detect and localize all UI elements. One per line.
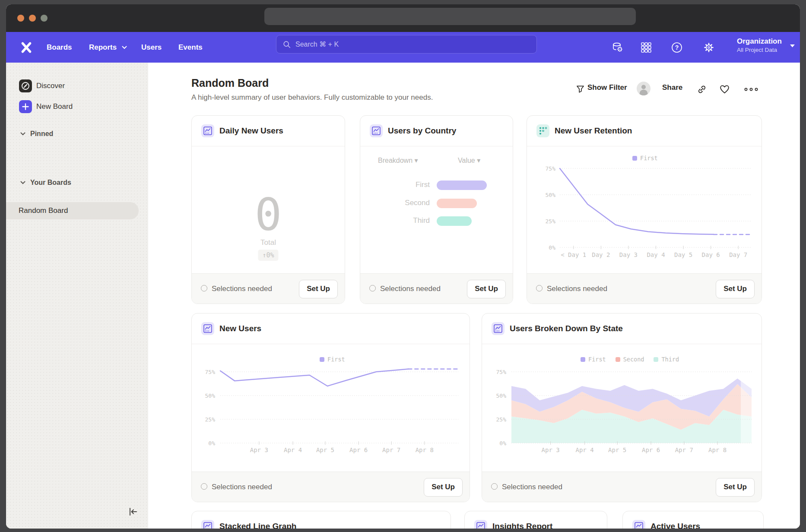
browser-window: Boards Reports Users Events Search ⌘ + K [6,4,800,529]
sidebar-item-random-board[interactable]: Random Board [6,202,139,219]
delta-badge: ↑0% [258,250,278,261]
line-chart-icon [201,520,214,529]
new-users-line-chart: 75%50%25%0%Apr 3Apr 4Apr 5Apr 6Apr 7Apr … [198,352,464,462]
card-footer: Selections needed Set Up [527,273,762,304]
bar-first [437,180,487,190]
status-circle-icon [201,285,207,291]
svg-text:Day 2: Day 2 [592,251,610,258]
sidebar-item-discover[interactable]: Discover [36,79,65,92]
nav-item-events[interactable]: Events [178,32,203,63]
bar-row-label: Second [360,199,430,207]
avatar[interactable] [637,82,651,95]
search-placeholder: Search ⌘ + K [295,40,339,48]
sidebar-item-new-board[interactable]: New Board [36,100,73,113]
apps-grid-icon[interactable] [640,41,652,54]
set-up-button[interactable]: Set Up [467,280,506,298]
svg-text:< Day 1: < Day 1 [561,251,586,258]
traffic-light-zoom[interactable] [41,15,48,22]
collapse-sidebar-icon[interactable] [128,507,138,517]
card-title: Users Broken Down By State [510,314,623,344]
status-text: Selections needed [547,274,607,304]
data-management-icon[interactable] [612,41,624,54]
nav-item-users[interactable]: Users [141,32,162,63]
chevron-down-icon[interactable] [20,181,25,184]
show-filter-button[interactable]: Show Filter [587,83,627,92]
status-circle-icon [369,285,376,291]
card-users-by-state: Users Broken Down By State First Second … [482,313,762,502]
metric-label: Total [192,238,345,247]
chevron-down-icon[interactable] [20,132,25,136]
line-chart-icon [201,322,214,335]
org-switcher[interactable]: Organization All Project Data [737,37,782,54]
favorite-heart-icon[interactable] [719,84,730,95]
svg-text:Apr 5: Apr 5 [316,446,334,453]
mixpanel-logo-icon[interactable] [20,41,33,54]
card-title: New Users [219,314,261,344]
org-name: Organization [737,37,782,46]
card-daily-new-users: Daily New Users 0 Total ↑0% Selections n… [191,115,345,304]
status-circle-icon [491,483,498,490]
card-footer: Selections needed Set Up [482,472,762,502]
card-title: Stacked Line Graph [219,511,296,529]
card-header: Stacked Line Graph [192,511,451,529]
svg-text:50%: 50% [205,393,216,399]
svg-text:25%: 25% [546,218,556,225]
svg-text:Day 4: Day 4 [647,251,665,258]
settings-gear-icon[interactable] [703,41,715,54]
line-chart-icon [474,520,487,529]
card-title: Users by Country [388,116,456,146]
status-text: Selections needed [212,472,272,502]
page-title: Random Board [191,77,269,89]
bar-third [437,216,472,226]
card-header: New Users [192,314,470,344]
filter-funnel-icon[interactable] [576,85,585,94]
set-up-button[interactable]: Set Up [716,478,755,497]
svg-text:0%: 0% [499,440,506,446]
card-title: Daily New Users [219,116,283,146]
titlebar [6,4,800,32]
svg-text:Apr 4: Apr 4 [284,446,302,453]
search-input[interactable]: Search ⌘ + K [276,35,537,54]
share-button[interactable]: Share [662,83,682,92]
svg-text:75%: 75% [205,369,216,375]
traffic-light-minimize[interactable] [29,15,36,22]
svg-text:Day 5: Day 5 [674,251,692,258]
bar-row-label: First [360,180,430,189]
svg-text:Apr 8: Apr 8 [416,446,434,453]
card-title: New User Retention [555,116,632,146]
state-area-chart: 75%50%25%0%Apr 3Apr 4Apr 5Apr 6Apr 7Apr … [488,352,757,462]
traffic-light-close[interactable] [17,15,24,22]
svg-text:0%: 0% [549,244,555,251]
nav-item-boards[interactable]: Boards [47,32,72,63]
set-up-button[interactable]: Set Up [299,280,338,298]
chevron-down-icon [122,46,127,49]
retention-grid-icon [536,124,549,137]
card-stacked-line-graph: Stacked Line Graph [191,511,451,529]
help-icon[interactable]: ? [671,41,683,54]
card-active-users: Active Users [622,511,764,529]
more-options-icon[interactable] [744,87,758,92]
status-circle-icon [201,483,207,490]
sidebar-section-your-boards[interactable]: Your Boards [30,179,71,187]
metric-value: 0 [192,188,345,241]
sidebar-section-pinned[interactable]: Pinned [30,130,53,138]
svg-text:25%: 25% [496,416,507,423]
value-dropdown[interactable]: Value ▾ [458,156,480,165]
address-bar[interactable] [264,8,636,25]
bar-row-label: Third [360,216,430,225]
breakdown-dropdown[interactable]: Breakdown ▾ [378,156,418,165]
svg-text:Day 6: Day 6 [702,251,720,258]
status-text: Selections needed [502,472,562,502]
card-title: Insights Report [492,511,552,529]
svg-text:50%: 50% [546,192,556,198]
svg-text:Day 3: Day 3 [619,251,638,258]
set-up-button[interactable]: Set Up [716,280,755,298]
card-footer: Selections needed Set Up [360,273,513,304]
copy-link-icon[interactable] [697,84,707,95]
card-header: Daily New Users [192,116,345,146]
nav-item-reports[interactable]: Reports [89,32,117,63]
org-scope: All Project Data [737,46,782,54]
svg-text:Apr 5: Apr 5 [608,446,626,453]
set-up-button[interactable]: Set Up [424,478,463,497]
svg-text:Apr 4: Apr 4 [576,446,594,453]
